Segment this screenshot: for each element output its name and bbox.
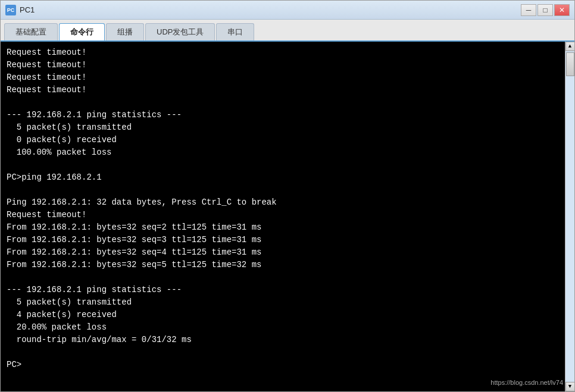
terminal-output[interactable]: Request timeout! Request timeout! Reques… — [1, 42, 565, 391]
window-controls: ─ □ ✕ — [521, 4, 570, 16]
close-button[interactable]: ✕ — [554, 4, 570, 16]
window-title: PC1 — [20, 5, 521, 14]
tab-cmd[interactable]: 命令行 — [59, 23, 105, 40]
scroll-up-button[interactable]: ▲ — [565, 42, 575, 51]
watermark: https://blog.csdn.net/lv74 — [490, 379, 563, 386]
tab-basic[interactable]: 基础配置 — [4, 23, 58, 40]
tab-serial[interactable]: 串口 — [216, 23, 254, 40]
minimize-button[interactable]: ─ — [521, 4, 536, 16]
tab-udp[interactable]: UDP发包工具 — [145, 23, 215, 40]
content-area: Request timeout! Request timeout! Reques… — [1, 42, 574, 391]
scroll-down-button[interactable]: ▼ — [565, 382, 575, 391]
title-bar: PC PC1 ─ □ ✕ — [1, 1, 574, 20]
maximize-button[interactable]: □ — [538, 4, 553, 16]
window-icon: PC — [5, 5, 16, 15]
scrollbar[interactable]: ▲ ▼ — [565, 42, 574, 391]
scroll-track[interactable] — [565, 51, 574, 382]
tab-bar: 基础配置 命令行 组播 UDP发包工具 串口 — [1, 20, 574, 42]
tab-multicast[interactable]: 组播 — [106, 23, 144, 40]
main-window: PC PC1 ─ □ ✕ 基础配置 命令行 组播 UDP发包工具 串口 Requ… — [0, 0, 575, 392]
scroll-thumb[interactable] — [566, 52, 574, 76]
